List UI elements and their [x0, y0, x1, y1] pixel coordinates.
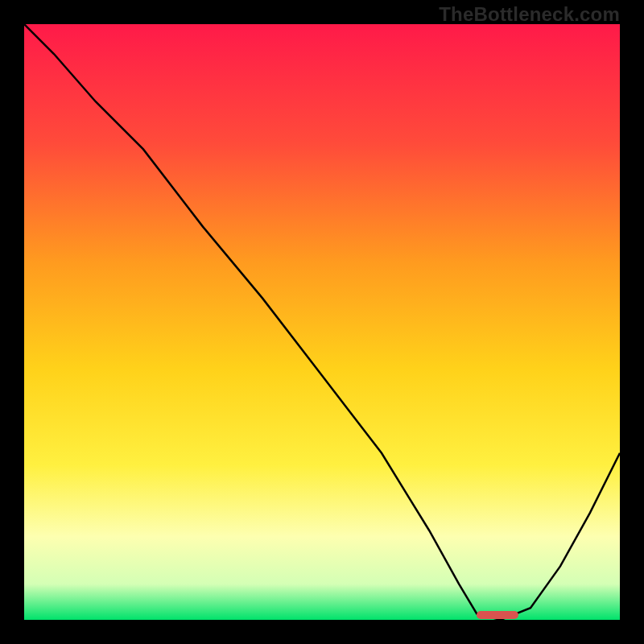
watermark-text: TheBottleneck.com	[439, 3, 620, 26]
curve-svg	[24, 24, 620, 620]
chart-frame: { "watermark": "TheBottleneck.com", "cha…	[0, 0, 644, 644]
plot-area	[24, 24, 620, 620]
bottleneck-curve	[24, 24, 620, 620]
optimum-marker	[477, 611, 518, 619]
